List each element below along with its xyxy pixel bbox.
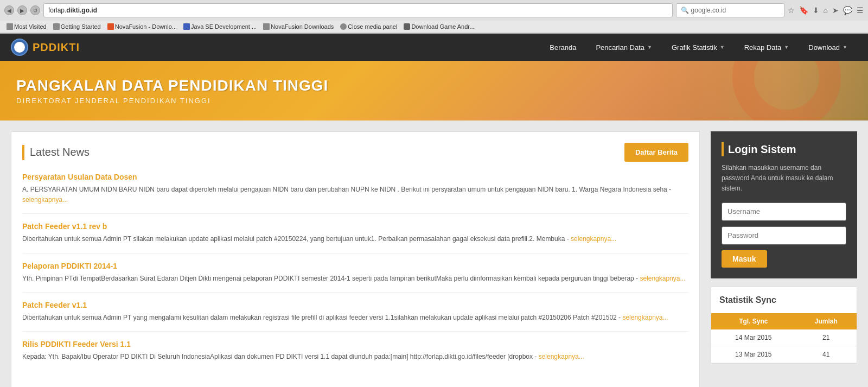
section-title-bar <box>22 145 24 160</box>
stats-row-1: 14 Mar 2015 21 <box>711 329 857 346</box>
chevron-down-icon-rekap: ▼ <box>784 45 789 50</box>
bookmark-novafusion-dl[interactable]: NovaFusion - Downlo... <box>105 22 179 31</box>
back-button[interactable]: ◀ <box>4 5 14 15</box>
username-field[interactable] <box>722 202 846 221</box>
bookmark-icon-getting-started <box>53 23 60 30</box>
bookmark-label-novafusion-downloads: NovaFusion Downloads <box>271 23 334 30</box>
browser-chrome: ◀ ▶ ↺ forlap.dikti.go.id 🔍 google.co.id … <box>0 0 868 34</box>
section-header: Latest News Daftar Berita <box>22 143 688 162</box>
news-link-2[interactable]: selengkapnya... <box>571 235 616 243</box>
search-icon: 🔍 <box>681 7 689 14</box>
hero-subtitle: DIREKTORAT JENDERAL PENDIDIKAN TINGGI <box>16 97 328 105</box>
bookmark-novafusion-downloads[interactable]: NovaFusion Downloads <box>261 22 336 31</box>
bookmark-label-java-se: Java SE Development ... <box>191 23 257 30</box>
chat-icon[interactable]: 💬 <box>843 6 852 15</box>
logo-text: PDDIKTI <box>33 41 80 54</box>
bookmarks-bar: Most Visited Getting Started NovaFusion … <box>0 21 868 33</box>
logo-inner-circle <box>14 42 25 53</box>
stats-date-2: 13 Mar 2015 <box>711 346 796 363</box>
news-link-4[interactable]: selengkapnya... <box>622 314 668 321</box>
nav-label-download: Download <box>808 43 840 52</box>
logo-text-main: PD <box>33 41 49 53</box>
nav-label-rekap-data: Rekap Data <box>744 43 782 52</box>
hero-circle-decoration <box>732 61 841 120</box>
news-link-1[interactable]: selengkapnya... <box>22 196 68 204</box>
stats-table: Tgl. Sync Jumlah 14 Mar 2015 21 13 Mar 2… <box>711 313 857 363</box>
news-item-1: Persyaratan Usulan Data Dosen A. PERSYAR… <box>22 173 688 214</box>
news-link-3[interactable]: selengkapnya... <box>640 275 685 282</box>
news-item-2: Patch Feeder v1.1 rev b Diberitahukan un… <box>22 222 688 253</box>
bookmark-java-se[interactable]: Java SE Development ... <box>181 22 259 31</box>
sidebar: Login Sistem Silahkan masukkan username … <box>711 131 857 387</box>
address-bar[interactable]: forlap.dikti.go.id <box>43 3 673 17</box>
news-title-3[interactable]: Pelaporan PDDIKTI 2014-1 <box>22 262 688 270</box>
bookmark-icon-novafusion-dl <box>107 23 114 30</box>
news-item-4: Patch Feeder v1.1 Diberitahukan untuk se… <box>22 301 688 332</box>
news-title-2[interactable]: Patch Feeder v1.1 rev b <box>22 222 688 231</box>
news-body-1: A. PERSYARATAN UMUM NIDN BARU NIDN baru … <box>22 185 688 205</box>
site-logo: PDDIKTI <box>11 39 80 56</box>
news-item-3: Pelaporan PDDIKTI 2014-1 Yth. Pimpinan P… <box>22 262 688 293</box>
nav-item-beranda[interactable]: Beranda <box>540 34 586 61</box>
forward-button[interactable]: ▶ <box>17 5 27 15</box>
download-icon[interactable]: ⬇ <box>813 6 819 15</box>
bookmark-label-close-media: Close media panel <box>348 23 397 30</box>
browser-icons: ☆ 🔖 ⬇ ⌂ ➤ 💬 ☰ <box>788 6 864 15</box>
bookmark-close-media[interactable]: Close media panel <box>338 22 399 31</box>
bookmark-most-visited[interactable]: Most Visited <box>4 22 49 31</box>
news-title-4[interactable]: Patch Feeder v1.1 <box>22 301 688 309</box>
nav-item-pencarian-data[interactable]: Pencarian Data ▼ <box>586 34 662 61</box>
hero-title: PANGKALAN DATA PENDIDIKAN TINGGI <box>16 77 328 94</box>
nav-items: Beranda Pencarian Data ▼ Grafik Statisti… <box>540 34 857 61</box>
login-panel: Login Sistem Silahkan masukkan username … <box>711 131 857 278</box>
news-link-5[interactable]: selengkapnya... <box>539 353 584 360</box>
reload-button[interactable]: ↺ <box>30 5 40 15</box>
bookmark-icon[interactable]: 🔖 <box>799 6 808 15</box>
news-body-5: Kepada: Yth. Bapak/Ibu Operator PD DIKTI… <box>22 352 688 362</box>
login-description: Silahkan masukkan username dan password … <box>722 163 846 194</box>
bookmark-icon-download-game <box>404 23 410 30</box>
bookmark-icon-close-media <box>340 23 347 30</box>
masuk-button[interactable]: Masuk <box>722 250 767 268</box>
stats-col-jumlah: Jumlah <box>796 313 857 329</box>
main-content: Latest News Daftar Berita Persyaratan Us… <box>11 131 700 387</box>
bookmark-icon-java-se <box>183 23 190 30</box>
bookmark-label-download-game: Download Game Andr... <box>411 23 474 30</box>
search-bar[interactable]: 🔍 google.co.id <box>676 3 784 17</box>
home-icon[interactable]: ⌂ <box>824 6 828 15</box>
bookmark-getting-started[interactable]: Getting Started <box>51 22 103 31</box>
login-title: Login Sistem <box>722 142 846 156</box>
stats-title: Statistik Sync <box>711 287 857 313</box>
news-title-5[interactable]: Rilis PDDIKTI Feeder Versi 1.1 <box>22 340 688 348</box>
chevron-down-icon-download: ▼ <box>843 45 847 50</box>
logo-text-accent: DIKTI <box>49 41 80 53</box>
nav-item-download[interactable]: Download ▼ <box>799 34 857 61</box>
bookmark-icon-most-visited <box>7 23 13 30</box>
star-icon[interactable]: ☆ <box>788 6 795 15</box>
site-nav: PDDIKTI Beranda Pencarian Data ▼ Grafik … <box>0 34 868 61</box>
search-text: google.co.id <box>691 7 726 14</box>
bookmark-label-most-visited: Most Visited <box>14 23 47 30</box>
news-title-1[interactable]: Persyaratan Usulan Data Dosen <box>22 173 688 181</box>
nav-item-grafik-statistik[interactable]: Grafik Statistik ▼ <box>662 34 735 61</box>
stats-row-2: 13 Mar 2015 41 <box>711 346 857 363</box>
nav-label-beranda: Beranda <box>550 43 576 52</box>
nav-label-pencarian-data: Pencarian Data <box>596 43 644 52</box>
news-body-3: Yth. Pimpinan PTdi TempatBerdasarkan Sur… <box>22 274 688 284</box>
stats-col-date: Tgl. Sync <box>711 313 796 329</box>
section-title-text: Latest News <box>30 146 90 158</box>
password-field[interactable] <box>722 226 846 245</box>
stats-panel: Statistik Sync Tgl. Sync Jumlah 14 Mar 2… <box>711 287 857 364</box>
bookmark-label-getting-started: Getting Started <box>61 23 101 30</box>
nav-item-rekap-data[interactable]: Rekap Data ▼ <box>735 34 799 61</box>
send-icon[interactable]: ➤ <box>832 6 839 15</box>
stats-jumlah-1: 21 <box>796 329 857 346</box>
chevron-down-icon-grafik: ▼ <box>720 45 725 50</box>
daftar-berita-button[interactable]: Daftar Berita <box>624 143 688 162</box>
page-wrapper: PDDIKTI Beranda Pencarian Data ▼ Grafik … <box>0 34 868 387</box>
menu-icon[interactable]: ☰ <box>857 6 864 15</box>
hero-banner: PANGKALAN DATA PENDIDIKAN TINGGI DIREKTO… <box>0 61 868 120</box>
bookmark-download-game[interactable]: Download Game Andr... <box>401 22 476 31</box>
address-text: forlap. <box>48 7 66 14</box>
logo-icon <box>11 39 28 56</box>
